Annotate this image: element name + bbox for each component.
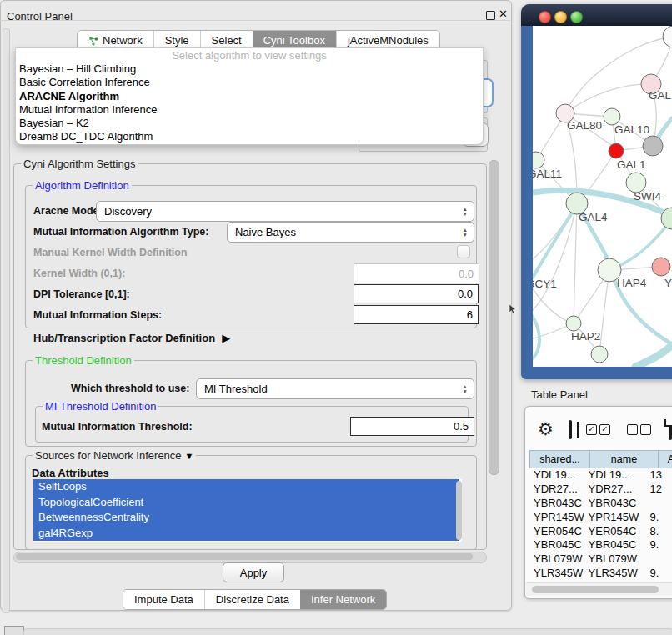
table-cell: 8. — [645, 525, 672, 539]
node-label-gal4: GAL4 — [579, 211, 608, 223]
dropdown-item-basic-correlation-inference[interactable]: Basic Correlation Inference — [16, 76, 483, 89]
table-cell: YPR145W — [529, 511, 584, 525]
mi-steps-field[interactable]: 6 — [354, 305, 479, 324]
table-panel-title: Table Panel — [531, 388, 588, 401]
table-cell: YBL079W — [584, 552, 646, 567]
bottom-tab-infer-network[interactable]: Infer Network — [300, 590, 386, 609]
table-cell: 12 — [645, 482, 672, 497]
node-label-hap2: HAP2 — [571, 330, 600, 342]
node-label-gcy1: GCY1 — [533, 278, 557, 290]
bottom-panel-strip — [23, 628, 672, 635]
network-node[interactable] — [663, 26, 672, 48]
algorithm-dropdown-placeholder: Select algorithm to view settings — [16, 48, 483, 62]
network-node[interactable] — [533, 152, 544, 168]
node-label-gal80: GAL80 — [567, 119, 602, 132]
column-header-a[interactable]: A — [659, 450, 672, 468]
network-node[interactable] — [643, 136, 663, 156]
dpi-tolerance-field[interactable]: 0.0 — [354, 284, 479, 303]
dropdown-item-dream8-dc-tdc-algorithm[interactable]: Dream8 DC_TDC Algorithm — [16, 130, 483, 143]
kernel-width-field: 0.0 — [354, 263, 479, 283]
table-row[interactable]: YDR27...YDR27...12 — [529, 482, 672, 497]
table-cell: 13 — [645, 468, 672, 482]
attributes-scrollbar[interactable] — [456, 481, 462, 540]
export-table-icon[interactable] — [669, 419, 672, 440]
data-attributes-label: Data Attributes — [32, 467, 109, 479]
table-cell — [645, 497, 672, 511]
network-node[interactable] — [609, 143, 624, 158]
network-canvas[interactable]: GAL7GAL80GAL10GAL1GAL11SWI4GAL4GCY1HAP4Y… — [533, 26, 672, 367]
settings-hscrollbar-thumb[interactable] — [16, 553, 473, 560]
data-attributes-list[interactable]: SelfLoopsTopologicalCoefficientBetweenne… — [33, 479, 462, 542]
deselect-all-columns-icon[interactable] — [627, 424, 654, 435]
network-node[interactable] — [566, 316, 581, 331]
column-header-name[interactable]: name — [590, 450, 659, 468]
dropdown-item-bayesian-hill-climbing[interactable]: Bayesian – Hill Climbing — [16, 62, 483, 76]
threshold-definition-title: Threshold Definition — [33, 354, 134, 367]
table-cell: YLR345W — [529, 567, 584, 581]
settings-vscrollbar-thumb[interactable] — [489, 160, 499, 475]
node-label-gal1: GAL1 — [617, 158, 646, 171]
table-row[interactable]: YBL079WYBL079W — [529, 552, 672, 567]
bottom-tab-discretize-data[interactable]: Discretize Data — [204, 590, 300, 609]
table-row[interactable]: YBR045CYBR045C9. — [529, 538, 672, 552]
combo-stepper-icon: ▲▼ — [463, 384, 468, 393]
network-node[interactable] — [652, 258, 670, 276]
attribute-item-selfloops[interactable]: SelfLoops — [33, 479, 459, 495]
table-cell: YPR145W — [584, 511, 646, 525]
mi-type-combobox[interactable]: Naive Bayes ▲▼ — [227, 222, 474, 242]
column-header-shared-[interactable]: shared... — [529, 450, 590, 468]
attr-items: SelfLoopsTopologicalCoefficientBetweenne… — [33, 479, 462, 541]
close-window-icon[interactable]: ✕ — [499, 8, 508, 20]
attribute-item-betweennesscentrality[interactable]: BetweennessCentrality — [33, 510, 459, 526]
table-row[interactable]: YLR345WYLR345W9. — [529, 567, 672, 581]
table-row[interactable]: YBR043CYBR043C — [529, 497, 672, 511]
mi-threshold-label: Mutual Information Threshold: — [42, 421, 193, 432]
bottom-tab-impute-data[interactable]: Impute Data — [123, 590, 204, 609]
settings-hscrollbar-track[interactable] — [13, 552, 487, 563]
table-cell: YER054C — [584, 525, 646, 539]
node-label-gal10: GAL10 — [614, 123, 649, 136]
float-window-icon[interactable] — [486, 11, 495, 20]
checked-box-icon: ✓ — [586, 424, 597, 435]
mac-zoom-button[interactable] — [570, 11, 583, 23]
network-node[interactable] — [591, 346, 608, 362]
table-hscrollbar-thumb[interactable] — [532, 586, 659, 593]
split-columns-icon[interactable] — [569, 420, 572, 439]
dropdown-item-mutual-information-inference[interactable]: Mutual Information Inference — [16, 103, 483, 117]
attribute-item-gal4rgexp[interactable]: gal4RGexp — [33, 526, 459, 542]
checked-box-icon: ✓ — [599, 424, 610, 435]
table-hscrollbar-track[interactable] — [526, 582, 672, 596]
control-panel-title: Control Panel — [7, 10, 73, 22]
table-row[interactable]: YER054CYER054C8. — [529, 525, 672, 539]
algorithm-dropdown-popup: Select algorithm to view settings Bayesi… — [15, 48, 484, 145]
aracne-mode-combobox[interactable]: Discovery ▲▼ — [96, 201, 474, 222]
unchecked-box-icon — [640, 424, 651, 435]
dpi-tolerance-label: DPI Tolerance [0,1]: — [33, 288, 130, 300]
dropdown-item-aracne-algorithm[interactable]: ARACNE Algorithm — [16, 90, 483, 103]
dropdown-item-bayesian-k2[interactable]: Bayesian – K2 — [16, 117, 483, 130]
aracne-mode-label: Aracne Mode: — [33, 205, 103, 217]
minimized-panel-widget[interactable] — [4, 626, 24, 635]
mi-type-label: Mutual Information Algorithm Type: — [33, 226, 208, 238]
which-threshold-combobox[interactable]: MI Threshold ▲▼ — [196, 378, 474, 399]
table-row[interactable]: YPR145WYPR145W9. — [529, 511, 672, 525]
kernel-width-label: Kernel Width (0,1): — [33, 268, 125, 279]
table-cell: YER054C — [529, 525, 584, 539]
hub-definition-toggle[interactable]: Hub/Transcription Factor Definition ▶ — [33, 332, 230, 344]
node-label-y: Y — [664, 277, 672, 289]
manual-kernel-checkbox[interactable] — [457, 245, 470, 258]
algorithm-definition-title: Algorithm Definition — [33, 179, 132, 192]
bottom-tabs: Impute DataDiscretize DataInfer Network — [123, 589, 387, 610]
apply-button[interactable]: Apply — [223, 562, 284, 582]
table-cell: YLR345W — [584, 567, 646, 581]
network-node[interactable] — [604, 108, 620, 125]
cyni-settings-group-title: Cyni Algorithm Settings — [21, 158, 138, 170]
gear-icon[interactable]: ⚙ — [538, 419, 554, 439]
table-toolbar: ⚙ ✓ ✓ — [524, 412, 672, 446]
table-row[interactable]: YDL19...YDL19...13 — [529, 468, 672, 482]
mi-threshold-field[interactable]: 0.5 — [350, 417, 474, 436]
attribute-item-topologicalcoefficient[interactable]: TopologicalCoefficient — [33, 495, 459, 511]
mac-minimize-button[interactable] — [554, 11, 567, 23]
mac-close-button[interactable] — [539, 11, 551, 23]
select-all-columns-icon[interactable]: ✓ ✓ — [586, 424, 613, 435]
